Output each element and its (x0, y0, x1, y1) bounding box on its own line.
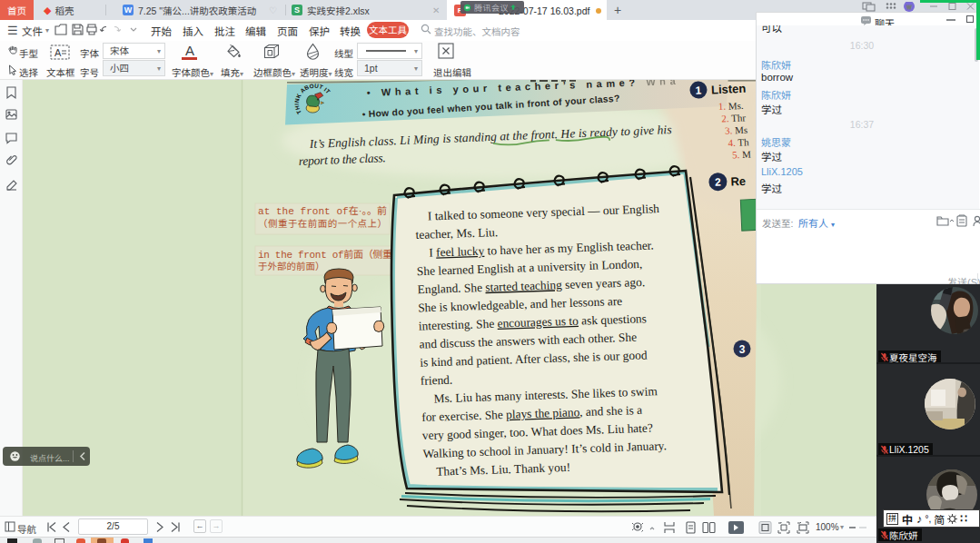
svg-text:at the front of在·。。前: at the front of在·。。前 (258, 205, 387, 217)
svg-text:2: 2 (715, 176, 722, 189)
svg-text:▾: ▾ (840, 523, 844, 531)
svg-text:（侧重于在前面的一个点上）: （侧重于在前面的一个点上） (258, 218, 387, 229)
svg-text:3: 3 (739, 343, 746, 356)
svg-text:2. Thr: 2. Thr (721, 112, 747, 123)
svg-text:A: A (54, 47, 62, 58)
svg-text:in the front of前面（侧重: in the front of前面（侧重 (258, 249, 392, 261)
svg-text:于外部的前面）: 于外部的前面） (258, 261, 325, 272)
svg-text:Listen: Listen (711, 82, 747, 97)
svg-text:1. Ms.: 1. Ms. (718, 100, 745, 112)
svg-text:teacher, Ms. Liu.: teacher, Ms. Liu. (415, 225, 498, 242)
svg-text:100%: 100% (816, 522, 839, 532)
svg-text:Re: Re (730, 174, 746, 189)
svg-text:5. M: 5. M (732, 149, 752, 161)
svg-text:3. Ms: 3. Ms (725, 124, 748, 136)
svg-text:w: w (906, 4, 912, 10)
svg-text:friend.: friend. (421, 373, 453, 388)
svg-text:1: 1 (695, 84, 702, 96)
svg-text:4. Th: 4. Th (728, 136, 749, 148)
